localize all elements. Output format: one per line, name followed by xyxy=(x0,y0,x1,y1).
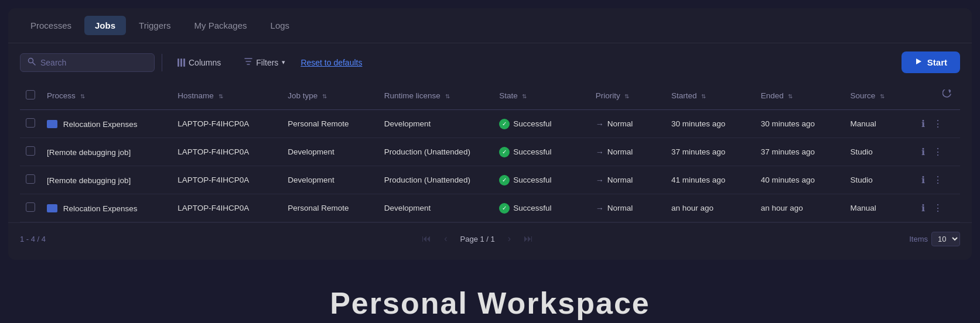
row-state-1: ✓ Successful xyxy=(493,138,590,166)
sort-process-icon: ⇅ xyxy=(80,93,85,99)
state-dot-2: ✓ xyxy=(499,175,510,185)
columns-icon xyxy=(177,59,185,67)
row-hostname-2: LAPTOP-F4IHCP0A xyxy=(172,166,282,194)
row-state-3: ✓ Successful xyxy=(493,194,590,222)
chevron-down-icon: ▾ xyxy=(282,59,285,66)
priority-text-3: Normal xyxy=(607,204,633,212)
priority-text-2: Normal xyxy=(607,176,633,184)
row-actions-3: ℹ ⋮ xyxy=(913,194,960,222)
last-page-button[interactable]: ⏭ xyxy=(519,231,538,246)
process-name: [Remote debugging job] xyxy=(47,176,131,184)
page-label: Page 1 / 1 xyxy=(456,235,500,243)
svg-marker-2 xyxy=(916,59,921,64)
tab-logs[interactable]: Logs xyxy=(260,16,301,35)
row-runtime-0: Development xyxy=(378,110,493,138)
first-page-button[interactable]: ⏮ xyxy=(417,231,436,246)
state-dot-0: ✓ xyxy=(499,119,510,129)
tab-jobs[interactable]: Jobs xyxy=(84,16,126,35)
table-row: [Remote debugging job] LAPTOP-F4IHCP0A D… xyxy=(20,166,960,194)
svg-line-1 xyxy=(33,62,36,65)
row-info-button-0[interactable]: ℹ xyxy=(919,117,927,130)
row-ended-1: 37 minutes ago xyxy=(755,138,845,166)
row-checkbox-3[interactable] xyxy=(26,202,35,212)
row-started-1: 37 minutes ago xyxy=(665,138,755,166)
row-more-button-1[interactable]: ⋮ xyxy=(931,145,945,159)
th-priority[interactable]: Priority ⇅ xyxy=(590,81,665,110)
row-jobtype-3: Personal Remote xyxy=(282,194,378,222)
prev-page-button[interactable]: ‹ xyxy=(439,231,452,246)
row-info-button-3[interactable]: ℹ xyxy=(919,201,927,215)
filter-icon xyxy=(244,57,252,67)
tab-triggers[interactable]: Triggers xyxy=(128,16,181,35)
toolbar: Columns Filters ▾ Reset to defaults Star… xyxy=(8,43,972,81)
priority-arrow-3: → xyxy=(596,204,604,213)
row-more-button-0[interactable]: ⋮ xyxy=(931,117,945,130)
th-job-type[interactable]: Job type ⇅ xyxy=(282,81,378,110)
items-per-page: Items 10 25 50 xyxy=(909,232,960,246)
th-started[interactable]: Started ⇅ xyxy=(665,81,755,110)
pagination: 1 - 4 / 4 ⏮ ‹ Page 1 / 1 › ⏭ Items 10 25… xyxy=(8,222,972,255)
row-more-button-3[interactable]: ⋮ xyxy=(931,201,945,215)
row-checkbox-0[interactable] xyxy=(26,118,35,128)
items-select[interactable]: 10 25 50 xyxy=(931,232,960,246)
refresh-button[interactable] xyxy=(940,87,954,104)
row-actions-2: ℹ ⋮ xyxy=(913,166,960,194)
sort-hostname-icon: ⇅ xyxy=(218,93,223,99)
sort-started-icon: ⇅ xyxy=(701,93,706,99)
tab-my-packages[interactable]: My Packages xyxy=(184,16,258,35)
th-process[interactable]: Process ⇅ xyxy=(41,81,172,110)
columns-button[interactable]: Columns xyxy=(169,54,229,71)
search-input[interactable] xyxy=(40,58,147,67)
row-source-0: Manual xyxy=(844,110,913,138)
reset-defaults-button[interactable]: Reset to defaults xyxy=(301,58,362,67)
row-priority-2: → Normal xyxy=(590,166,665,194)
row-checkbox-cell-0 xyxy=(20,110,41,138)
th-hostname[interactable]: Hostname ⇅ xyxy=(172,81,282,110)
jobs-table: Process ⇅ Hostname ⇅ Job type ⇅ Runtime … xyxy=(20,81,960,222)
row-source-1: Studio xyxy=(844,138,913,166)
priority-arrow-2: → xyxy=(596,176,604,185)
th-actions xyxy=(913,81,960,110)
search-icon xyxy=(28,57,36,68)
row-process-3: Relocation Expenses xyxy=(41,194,172,222)
select-all-checkbox[interactable] xyxy=(26,90,35,99)
row-jobtype-0: Personal Remote xyxy=(282,110,378,138)
main-panel: Processes Jobs Triggers My Packages Logs… xyxy=(8,8,972,260)
row-checkbox-2[interactable] xyxy=(26,174,35,184)
next-page-button[interactable]: › xyxy=(503,231,515,246)
divider-1 xyxy=(162,54,162,71)
row-checkbox-cell-1 xyxy=(20,138,41,166)
sort-priority-icon: ⇅ xyxy=(624,93,629,99)
process-icon xyxy=(47,204,57,212)
filters-button[interactable]: Filters ▾ xyxy=(236,53,293,71)
process-icon xyxy=(47,120,57,128)
process-name: Relocation Expenses xyxy=(63,204,138,212)
start-button[interactable]: Start xyxy=(902,51,960,73)
play-icon xyxy=(914,57,923,67)
th-runtime-license[interactable]: Runtime license ⇅ xyxy=(378,81,493,110)
search-box[interactable] xyxy=(20,53,155,72)
table-row: Relocation Expenses LAPTOP-F4IHCP0A Pers… xyxy=(20,194,960,222)
row-runtime-2: Production (Unattended) xyxy=(378,166,493,194)
pagination-controls: ⏮ ‹ Page 1 / 1 › ⏭ xyxy=(417,231,538,246)
table-row: Relocation Expenses LAPTOP-F4IHCP0A Pers… xyxy=(20,110,960,138)
th-ended[interactable]: Ended ⇅ xyxy=(755,81,845,110)
th-checkbox[interactable] xyxy=(20,81,41,110)
row-info-button-2[interactable]: ℹ xyxy=(919,173,927,187)
state-text-1: Successful xyxy=(513,147,551,156)
pagination-range: 1 - 4 / 4 xyxy=(20,235,46,243)
row-priority-1: → Normal xyxy=(590,138,665,166)
state-text-3: Successful xyxy=(513,204,551,212)
row-more-button-2[interactable]: ⋮ xyxy=(931,173,945,187)
tabs-bar: Processes Jobs Triggers My Packages Logs xyxy=(8,8,972,43)
row-runtime-3: Development xyxy=(378,194,493,222)
row-jobtype-1: Development xyxy=(282,138,378,166)
row-source-3: Manual xyxy=(844,194,913,222)
row-ended-3: an hour ago xyxy=(755,194,845,222)
priority-text-1: Normal xyxy=(607,147,633,156)
th-state[interactable]: State ⇅ xyxy=(493,81,590,110)
tab-processes[interactable]: Processes xyxy=(20,16,82,35)
row-info-button-1[interactable]: ℹ xyxy=(919,145,927,159)
row-checkbox-1[interactable] xyxy=(26,146,35,156)
th-source[interactable]: Source ⇅ xyxy=(844,81,913,110)
